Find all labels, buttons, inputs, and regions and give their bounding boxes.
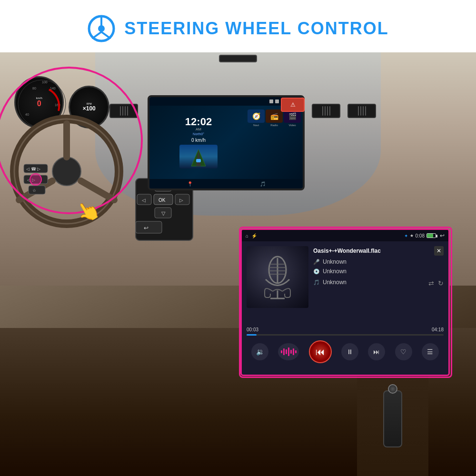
- svg-rect-21: [29, 186, 45, 194]
- vent-right: [312, 104, 340, 118]
- mp-bluetooth-icon: ✦: [404, 233, 408, 238]
- svg-line-3: [93, 32, 101, 38]
- steering-wheel-visual: ◁ ☎ ▷ ◁ ▷ ☆: [10, 114, 124, 228]
- svg-text:☆: ☆: [32, 188, 36, 193]
- mp-repeat-button[interactable]: ↻: [438, 279, 444, 287]
- mp-battery-icon: [426, 233, 436, 238]
- mp-close-button[interactable]: ✕: [434, 246, 444, 256]
- page-title: STEERING WHEEL CONTROL: [124, 19, 388, 39]
- mp-status-time: 0:08: [416, 233, 425, 238]
- mp-pause-icon: ⏸: [347, 348, 353, 356]
- mp-favorite-button[interactable]: ♡: [395, 343, 412, 360]
- hu-app-grid: 🧭 Navi 📻 Radio 🎬 Video: [248, 108, 301, 177]
- gear-shift: [383, 390, 402, 447]
- hu-speed: 0 km/h: [191, 138, 206, 143]
- hu-nav-icon[interactable]: 📍: [187, 181, 193, 187]
- hu-wifi-icon: [275, 99, 279, 103]
- hu-music-icon[interactable]: 🎵: [260, 181, 266, 187]
- mp-prev-icon: ⏮: [316, 347, 325, 357]
- mp-song-info: Oasis+-+Wonderwall.flac ✕ 🎤 Unknown 💿 Un…: [313, 246, 444, 322]
- svg-text:OK: OK: [159, 198, 166, 203]
- hu-ampm: AM: [196, 127, 201, 131]
- mp-waveform: [281, 347, 297, 357]
- mp-composer-icon: 🎵: [313, 279, 320, 286]
- svg-text:▽: ▽: [161, 210, 166, 216]
- mp-time-current: 00:03: [247, 327, 258, 332]
- mp-shuffle-button[interactable]: ⇄: [428, 279, 434, 287]
- mp-progress-fill: [247, 334, 257, 336]
- vent-far-right: [347, 104, 376, 118]
- mp-progress-bar[interactable]: [247, 334, 444, 336]
- svg-rect-39: [196, 159, 201, 162]
- hu-bottom-bar: 📍 🎵: [149, 179, 303, 188]
- svg-text:80: 80: [32, 87, 36, 90]
- mp-usb-icon: ⚡: [251, 233, 257, 238]
- svg-text:◁  ☎  ▷: ◁ ☎ ▷: [26, 167, 40, 171]
- mp-bt-label: ★: [410, 233, 414, 238]
- mp-artist-text: Unknown: [323, 258, 347, 265]
- hu-app-navi[interactable]: 🧭 Navi: [248, 109, 265, 127]
- svg-text:100: 100: [42, 80, 48, 84]
- hu-status-bar: 0:02: [149, 97, 303, 106]
- mp-controls-section: 00:03 04:18 🔉: [242, 327, 448, 367]
- svg-rect-35: [136, 221, 162, 233]
- mp-song-title: Oasis+-+Wonderwall.flac: [313, 248, 381, 254]
- hu-app-video[interactable]: 🎬 Video: [284, 109, 301, 127]
- svg-text:↩: ↩: [144, 225, 149, 231]
- mp-volume-button[interactable]: 🔉: [251, 343, 268, 360]
- vent-left: [109, 104, 138, 118]
- mp-playlist-button[interactable]: ☰: [422, 343, 439, 360]
- hu-app-radio[interactable]: 📻 Radio: [266, 109, 283, 127]
- mp-playlist-icon: ☰: [427, 348, 433, 356]
- svg-text:◁: ◁: [142, 198, 146, 203]
- mp-heart-icon: ♡: [400, 348, 407, 356]
- svg-point-1: [98, 25, 105, 32]
- mp-album-icon: 💿: [313, 268, 320, 275]
- mp-home-icon: ⌂: [246, 233, 248, 238]
- hazard-button[interactable]: ⚠: [281, 98, 305, 112]
- mp-next-button[interactable]: ⏭: [368, 343, 385, 360]
- hu-gps-icon: [269, 99, 273, 103]
- svg-point-13: [52, 157, 81, 186]
- mp-back-icon: ↩: [440, 232, 445, 239]
- svg-line-16: [81, 181, 114, 200]
- svg-line-4: [101, 32, 110, 38]
- mp-playback-controls: 🔉 ⏮ ⏸: [247, 340, 444, 363]
- mp-status-bar: ⌂ ⚡ ✦ ★ 0:08 ↩: [242, 230, 448, 241]
- mp-time-total: 04:18: [432, 327, 444, 332]
- mp-album-row: 💿 Unknown: [313, 268, 444, 275]
- mp-status-right-icons: ✦ ★ 0:08 ↩: [404, 232, 445, 239]
- mp-artist-icon: 🎤: [313, 259, 320, 265]
- hu-clock: 12:02: [185, 117, 212, 127]
- mp-volume-icon: 🔉: [256, 348, 264, 356]
- mp-composer-text: Unknown: [323, 279, 347, 286]
- mp-artist-row: 🎤 Unknown: [313, 258, 444, 265]
- mp-prev-play-button[interactable]: ⏮: [309, 340, 332, 363]
- steering-wheel-icon: [87, 14, 116, 43]
- mp-composer-row: 🎵 Unknown ⇄ ↻: [313, 278, 444, 287]
- mp-pause-button[interactable]: ⏸: [341, 343, 358, 360]
- mp-album-art-svg: [256, 253, 299, 301]
- music-player: ⌂ ⚡ ✦ ★ 0:08 ↩: [240, 228, 450, 376]
- hu-nav-map[interactable]: [179, 145, 218, 169]
- mp-equalizer-button[interactable]: [278, 343, 299, 360]
- mp-next-icon: ⏭: [373, 348, 380, 356]
- hu-left-panel: 12:02 AM North0° 0 km/h: [151, 108, 246, 177]
- mp-album-text: Unknown: [323, 268, 347, 275]
- mp-body: Oasis+-+Wonderwall.flac ✕ 🎤 Unknown 💿 Un…: [242, 241, 448, 327]
- page-header: STEERING WHEEL CONTROL: [0, 14, 476, 43]
- mp-status-left-icons: ⌂ ⚡: [246, 233, 257, 238]
- svg-point-23: [30, 174, 41, 185]
- svg-text:▷: ▷: [179, 198, 183, 203]
- mp-album-art: [247, 246, 308, 308]
- hu-subtitle: North0°: [193, 132, 204, 136]
